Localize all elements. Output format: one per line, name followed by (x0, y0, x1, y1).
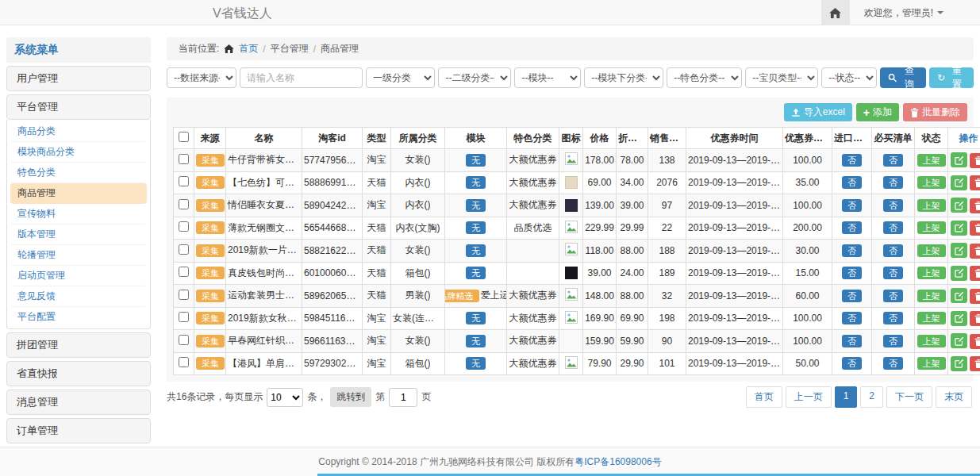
prev-page-button[interactable]: 上一页 (786, 386, 832, 408)
import-select-badge[interactable]: 否 (842, 244, 862, 257)
reset-button[interactable]: ↻ 重置 (929, 67, 974, 88)
filter-select-primary-category[interactable]: 一级分类 (366, 67, 435, 88)
import-select-badge[interactable]: 否 (842, 221, 862, 234)
jump-button[interactable]: 跳转到 (330, 387, 371, 407)
must-buy-badge[interactable]: 否 (883, 357, 903, 370)
edit-button[interactable] (951, 333, 967, 348)
edit-button[interactable] (951, 356, 967, 371)
delete-button[interactable] (970, 153, 980, 168)
batch-delete-button[interactable]: 批量删除 (903, 103, 967, 121)
sidebar-group-5[interactable]: 订单管理 (6, 418, 151, 443)
sidebar-group-2[interactable]: 拼团管理 (6, 332, 151, 358)
row-checkbox[interactable] (179, 290, 189, 300)
select-all-checkbox[interactable] (179, 132, 189, 142)
add-button[interactable]: + 添加 (856, 103, 899, 121)
delete-button[interactable] (970, 334, 980, 349)
must-buy-badge[interactable]: 否 (883, 290, 903, 302)
last-page-button[interactable]: 末页 (936, 386, 972, 408)
row-checkbox[interactable] (179, 244, 189, 255)
import-select-badge[interactable]: 否 (842, 267, 862, 279)
import-select-badge[interactable]: 否 (842, 154, 862, 167)
sidebar-group-4[interactable]: 消息管理 (6, 390, 151, 415)
edit-button[interactable] (951, 288, 967, 303)
sidebar-item-6[interactable]: 轮播管理 (10, 245, 147, 266)
sidebar-item-4[interactable]: 宣传物料 (10, 204, 147, 225)
sidebar-group-1[interactable]: 平台管理 (6, 94, 151, 120)
per-page-select[interactable]: 10 (267, 388, 303, 407)
row-checkbox[interactable] (179, 176, 189, 186)
edit-button[interactable] (951, 243, 967, 258)
icp-link[interactable]: 粤ICP备16098006号 (575, 455, 661, 469)
jump-page-input[interactable] (389, 388, 417, 407)
edit-button[interactable] (951, 266, 967, 281)
sidebar-item-0[interactable]: 商品分类 (10, 121, 147, 142)
sidebar-item-3[interactable]: 商品管理 (10, 183, 147, 204)
first-page-button[interactable]: 首页 (746, 386, 782, 408)
sidebar-item-2[interactable]: 特色分类 (10, 163, 147, 183)
must-buy-badge[interactable]: 否 (883, 221, 903, 234)
sidebar-item-8[interactable]: 意见反馈 (10, 286, 147, 307)
must-buy-badge[interactable]: 否 (883, 312, 903, 324)
status-badge[interactable]: 上架 (917, 176, 946, 189)
status-badge[interactable]: 上架 (917, 199, 946, 212)
filter-select-module-subcategory[interactable]: --模块下分类-- (584, 67, 663, 88)
must-buy-badge[interactable]: 否 (883, 267, 903, 279)
filter-select-status[interactable]: --状态-- (821, 67, 877, 88)
import-select-badge[interactable]: 否 (842, 290, 862, 302)
next-page-button[interactable]: 下一页 (886, 386, 932, 408)
status-badge[interactable]: 上架 (917, 335, 946, 347)
import-select-badge[interactable]: 否 (842, 199, 862, 212)
sidebar-item-5[interactable]: 版本管理 (10, 225, 147, 245)
sidebar-group-3[interactable]: 省直快报 (6, 361, 151, 386)
row-checkbox[interactable] (179, 154, 189, 164)
filter-select-data-source[interactable]: --数据来源-- (167, 67, 236, 88)
edit-button[interactable] (951, 221, 967, 236)
page-button-2[interactable]: 2 (860, 386, 883, 408)
filter-select-feature-category[interactable]: --特色分类-- (667, 67, 742, 88)
status-badge[interactable]: 上架 (917, 290, 946, 302)
page-button-1[interactable]: 1 (835, 386, 858, 408)
sidebar-item-7[interactable]: 启动页管理 (10, 266, 147, 286)
row-checkbox[interactable] (179, 267, 189, 277)
import-select-badge[interactable]: 否 (842, 312, 862, 324)
delete-button[interactable] (970, 221, 980, 236)
status-badge[interactable]: 上架 (917, 154, 946, 167)
sidebar-item-1[interactable]: 模块商品分类 (10, 142, 147, 163)
import-select-badge[interactable]: 否 (842, 335, 862, 347)
must-buy-badge[interactable]: 否 (883, 154, 903, 167)
row-checkbox[interactable] (179, 312, 189, 322)
must-buy-badge[interactable]: 否 (883, 244, 903, 257)
filter-select-item-type[interactable]: --宝贝类型-- (745, 67, 818, 88)
status-badge[interactable]: 上架 (917, 312, 946, 324)
edit-button[interactable] (951, 198, 967, 213)
delete-button[interactable] (970, 311, 980, 326)
edit-button[interactable] (951, 311, 967, 326)
name-search-input[interactable] (240, 67, 363, 88)
filter-select-module[interactable]: --模块-- (514, 67, 581, 88)
import-select-badge[interactable]: 否 (842, 357, 862, 370)
delete-button[interactable] (970, 175, 980, 190)
user-menu[interactable]: 欢迎您，管理员! (864, 6, 943, 20)
sidebar-group-0[interactable]: 用户管理 (6, 66, 151, 91)
must-buy-badge[interactable]: 否 (883, 335, 903, 347)
delete-button[interactable] (970, 356, 980, 371)
row-checkbox[interactable] (179, 335, 189, 345)
row-checkbox[interactable] (179, 221, 189, 232)
row-checkbox[interactable] (179, 357, 189, 367)
must-buy-badge[interactable]: 否 (883, 176, 903, 189)
import-excel-button[interactable]: 导入excel (784, 103, 852, 121)
delete-button[interactable] (970, 266, 980, 281)
breadcrumb-home-link[interactable]: 首页 (239, 42, 258, 56)
status-badge[interactable]: 上架 (917, 244, 946, 257)
home-button[interactable] (821, 0, 850, 25)
delete-button[interactable] (970, 198, 980, 213)
status-badge[interactable]: 上架 (917, 221, 946, 234)
sidebar-item-9[interactable]: 平台配置 (10, 307, 147, 327)
edit-button[interactable] (951, 175, 967, 190)
delete-button[interactable] (970, 289, 980, 304)
search-button[interactable]: 查询 (880, 67, 926, 88)
must-buy-badge[interactable]: 否 (883, 199, 903, 212)
row-checkbox[interactable] (179, 199, 189, 209)
edit-button[interactable] (951, 152, 967, 167)
delete-button[interactable] (970, 244, 980, 259)
